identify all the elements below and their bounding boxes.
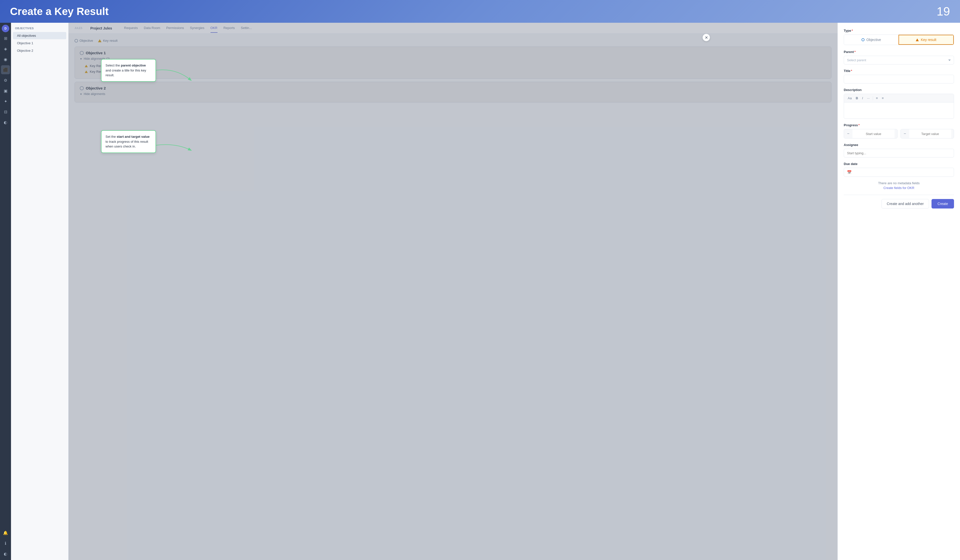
target-increment-button[interactable]: + [951, 129, 954, 138]
description-toolbar: Aa B I ··· ≡ ≡ [844, 94, 954, 119]
header-banner: Create a Key Result 19 [0, 0, 960, 23]
toolbar-more-btn[interactable]: ··· [865, 96, 872, 101]
date-input-wrap[interactable]: 📅 [844, 168, 954, 177]
metadata-section: There are no metadata fields Create fiel… [844, 181, 954, 190]
due-date-field: Due date 📅 [844, 162, 954, 177]
close-button[interactable]: ✕ [702, 34, 710, 41]
right-panel: Type * Objective Key result Parent * [837, 23, 960, 560]
create-add-another-button[interactable]: Create and add another [882, 199, 929, 208]
toolbar-row: Aa B I ··· ≡ ≡ [844, 94, 954, 102]
type-selector: Objective Key result [844, 35, 954, 45]
assignee-label: Assignee [844, 143, 954, 147]
description-field: Description Aa B I ··· ≡ ≡ [844, 88, 954, 119]
type-objective-icon [861, 38, 864, 41]
start-value-wrap: − + [844, 129, 898, 139]
title-required-star: * [851, 69, 852, 73]
progress-required-star: * [858, 123, 859, 127]
icon-bar: D ⊞ ◈ ◉ ⬛ ⚙ ▣ ✦ ⊟ ◐ 🔔 ℹ ◐ [0, 23, 11, 560]
title-field: Title * [844, 69, 954, 83]
create-fields-link[interactable]: Create fields for OKR [844, 186, 954, 190]
sidebar-icon-table[interactable]: ⊟ [1, 107, 10, 116]
toolbar-ordered-list-btn[interactable]: ≡ [880, 96, 885, 101]
type-objective-button[interactable]: Objective [844, 35, 899, 45]
calendar-icon: 📅 [847, 170, 852, 174]
toolbar-separator [873, 96, 873, 100]
parent-required-star: * [854, 50, 856, 54]
start-decrement-button[interactable]: − [844, 129, 853, 138]
target-decrement-button[interactable]: − [901, 129, 909, 138]
parent-label: Parent * [844, 50, 954, 54]
start-increment-button[interactable]: + [894, 129, 898, 138]
progress-row: − + − + [844, 129, 954, 139]
toolbar-italic-btn[interactable]: I [860, 96, 865, 101]
title-input[interactable] [844, 75, 954, 83]
sidebar-section-title: OBJECTIVES [11, 27, 68, 32]
sidebar-icon-settings[interactable]: ⚙ [1, 76, 10, 85]
due-date-label: Due date [844, 162, 954, 166]
sidebar-icon-bell[interactable]: 🔔 [1, 528, 10, 537]
panel-footer: Create and add another Create [844, 195, 954, 208]
parent-select[interactable]: Select parent [844, 56, 954, 64]
overlay-backdrop [69, 23, 837, 560]
target-value-input[interactable] [909, 130, 951, 138]
sidebar-icon-user-avatar[interactable]: ◐ [1, 549, 10, 558]
type-field: Type * Objective Key result [844, 29, 954, 45]
title-label: Title * [844, 69, 954, 73]
sidebar-icon-info[interactable]: ℹ [1, 539, 10, 548]
description-label: Description [844, 88, 954, 92]
sidebar-item-objective2[interactable]: Objective 2 [13, 47, 66, 54]
avatar[interactable]: D [2, 25, 9, 32]
main-content: JULES Project Jules Requests Data Room P… [69, 23, 837, 560]
create-button[interactable]: Create [931, 199, 954, 208]
sidebar-icon-person[interactable]: ◐ [1, 118, 10, 127]
description-textarea[interactable] [844, 102, 954, 117]
sidebar-icon-star[interactable]: ✦ [1, 97, 10, 106]
type-required-star: * [851, 29, 853, 32]
sidebar-item-all-objectives[interactable]: All objectives [13, 32, 66, 39]
tooltip-parent-objective: Select the parent objective and create a… [101, 59, 156, 82]
sidebar-icon-people[interactable]: ◉ [1, 55, 10, 64]
parent-field: Parent * Select parent [844, 50, 954, 64]
toolbar-font-btn[interactable]: Aa [846, 96, 853, 101]
start-value-input[interactable] [853, 130, 894, 138]
app-container: D ⊞ ◈ ◉ ⬛ ⚙ ▣ ✦ ⊟ ◐ 🔔 ℹ ◐ OBJECTIVES All… [0, 23, 960, 560]
type-keyresult-icon [916, 38, 919, 41]
sidebar-icon-okr[interactable]: ⬛ [1, 65, 10, 74]
type-label: Type * [844, 29, 954, 32]
sidebar: OBJECTIVES All objectives Objective 1 Ob… [11, 23, 69, 560]
sidebar-icon-layers[interactable]: ◈ [1, 44, 10, 53]
toolbar-bullet-list-btn[interactable]: ≡ [874, 96, 880, 101]
tooltip-start-target: Set the start and target value to track … [101, 130, 156, 153]
step-indicator: 19 [937, 5, 950, 18]
sidebar-icon-grid[interactable]: ⊞ [1, 34, 10, 43]
metadata-note: There are no metadata fields [844, 181, 954, 185]
progress-label: Progress * [844, 123, 954, 127]
sidebar-icon-box[interactable]: ▣ [1, 86, 10, 95]
page-title: Create a Key Result [10, 5, 109, 18]
target-value-wrap: − + [901, 129, 954, 139]
type-keyresult-button[interactable]: Key result [899, 35, 954, 45]
toolbar-bold-btn[interactable]: B [854, 96, 860, 101]
assignee-field: Assignee [844, 143, 954, 157]
progress-field: Progress * − + − + [844, 123, 954, 139]
sidebar-item-objective1[interactable]: Objective 1 [13, 40, 66, 47]
assignee-input[interactable] [844, 149, 954, 157]
